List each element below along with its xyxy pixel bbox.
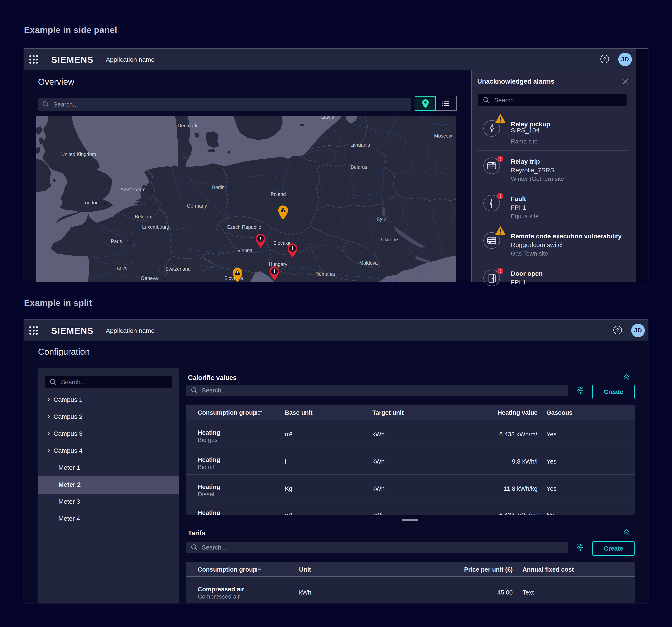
svg-text:Denmark: Denmark	[177, 123, 197, 128]
svg-text:Romania: Romania	[315, 271, 335, 277]
svg-text:Paris: Paris	[111, 239, 122, 244]
svg-text:Czech Republic: Czech Republic	[226, 224, 261, 230]
svg-text:Moldova: Moldova	[359, 260, 378, 266]
svg-text:Germany: Germany	[187, 203, 207, 209]
svg-text:Latvia: Latvia	[321, 116, 334, 120]
svg-text:Hungary: Hungary	[269, 261, 287, 267]
svg-text:Berlin: Berlin	[212, 185, 225, 190]
svg-text:Belarus: Belarus	[351, 164, 367, 170]
svg-text:France: France	[112, 265, 128, 271]
svg-text:Geneva: Geneva	[141, 276, 158, 281]
svg-text:London: London	[82, 200, 99, 205]
svg-text:Vienna: Vienna	[237, 248, 252, 253]
svg-text:Kyiv: Kyiv	[377, 216, 386, 222]
svg-text:Luxembourg: Luxembourg	[142, 224, 169, 230]
svg-text:Lithuania: Lithuania	[350, 142, 370, 148]
svg-text:United Kingdom: United Kingdom	[61, 152, 96, 157]
svg-text:Belgium: Belgium	[135, 214, 152, 220]
svg-text:Amsterdam: Amsterdam	[120, 187, 145, 192]
svg-text:Moscow: Moscow	[434, 133, 452, 139]
svg-text:Ukraine: Ukraine	[381, 237, 398, 243]
svg-text:Switzerland: Switzerland	[165, 266, 191, 272]
svg-text:Poland: Poland	[270, 192, 286, 197]
